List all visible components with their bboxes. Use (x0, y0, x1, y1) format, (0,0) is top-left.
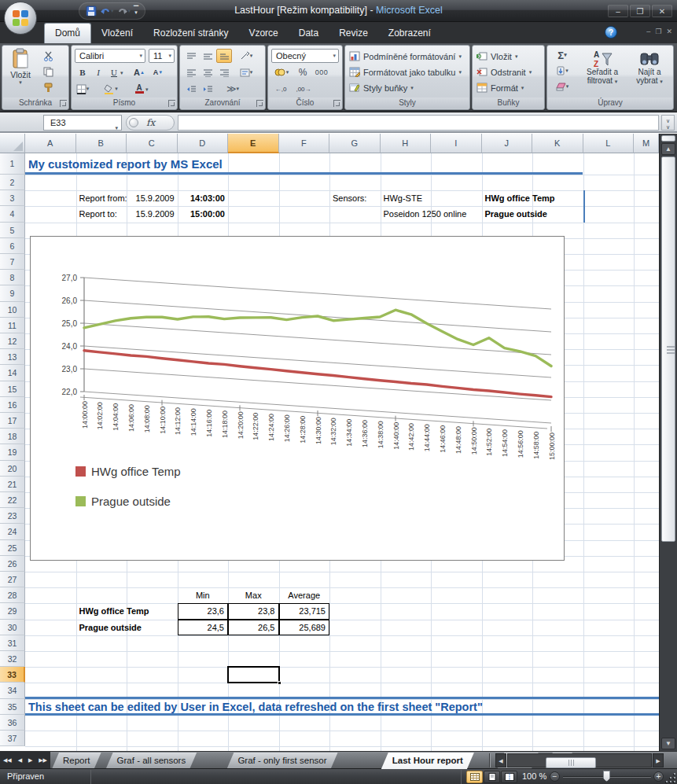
horizontal-scrollbar[interactable] (507, 753, 652, 767)
underline-dropdown-icon[interactable]: ▾ (120, 70, 123, 76)
column-header-D[interactable]: D (178, 134, 229, 153)
cell-F30[interactable]: 25,689 (279, 620, 330, 635)
row-header-9[interactable]: 9 (0, 285, 25, 301)
currency-icon[interactable]: ▾ (271, 65, 292, 79)
workbook-close-icon[interactable]: ✕ (666, 28, 672, 35)
comma-style-button[interactable]: 000 (314, 65, 329, 79)
cell-D28[interactable]: Min (178, 587, 229, 603)
cell-F28[interactable]: Average (279, 587, 330, 603)
cell-E29[interactable]: 23,8 (228, 603, 279, 619)
clipboard-dialog-launcher-icon[interactable] (60, 100, 67, 107)
sheet-tab-graf-only-first-sensor[interactable]: Graf - only first sensor (226, 753, 337, 769)
ribbon-tab-data[interactable]: Data (289, 24, 329, 43)
percent-style-button[interactable]: % (295, 65, 311, 79)
autosum-button[interactable]: Σ▾ (550, 48, 574, 62)
font-family-select[interactable]: Calibri▾ (75, 49, 145, 63)
cell-C4[interactable]: 15.9.2009 (127, 206, 178, 222)
font-color-dropdown-icon[interactable]: ▾ (145, 86, 149, 93)
hscroll-right-icon[interactable]: ▶ (653, 753, 664, 767)
decrease-indent-icon[interactable] (183, 82, 199, 96)
cell-B3[interactable]: Report from: (76, 190, 127, 206)
row-header-7[interactable]: 7 (0, 254, 25, 270)
conditional-formatting-button[interactable]: Podmíněné formátování▾ (349, 49, 462, 64)
cell-B29[interactable]: HWg office Temp (76, 603, 178, 619)
row-header-36[interactable]: 36 (0, 715, 25, 731)
row-header-26[interactable]: 26 (0, 556, 25, 572)
number-format-select[interactable]: Obecný▾ (271, 49, 339, 63)
column-header-H[interactable]: H (381, 134, 432, 153)
row-header-14[interactable]: 14 (0, 365, 25, 381)
borders-icon[interactable]: ▾ (75, 82, 90, 96)
undo-dropdown-icon[interactable]: ▾ (111, 8, 114, 14)
row-header-19[interactable]: 19 (0, 444, 25, 460)
cell-A1[interactable]: My customized report by MS Excel (25, 153, 607, 175)
delete-cells-button[interactable]: Odstranit▾ (476, 64, 532, 79)
row-header-31[interactable]: 31 (0, 635, 25, 651)
prev-sheet-icon[interactable]: ◀ (18, 757, 22, 764)
row-header-20[interactable]: 20 (0, 461, 25, 477)
row-header-28[interactable]: 28 (0, 587, 25, 603)
align-right-icon[interactable] (216, 65, 232, 79)
fill-handle[interactable] (278, 681, 281, 685)
cell-F29[interactable]: 23,715 (279, 603, 330, 619)
row-header-4[interactable]: 4 (0, 206, 25, 222)
insert-cells-button[interactable]: Vložit▾ (476, 49, 517, 64)
row-header-34[interactable]: 34 (0, 683, 25, 698)
customize-qat-icon[interactable]: ▔▾ (134, 8, 138, 14)
save-icon[interactable] (86, 6, 97, 17)
increase-decimal-icon[interactable]: ←,0 (271, 82, 290, 96)
page-break-view-button[interactable] (501, 771, 517, 783)
cell-H4[interactable]: Poseidon 1250 online (381, 206, 432, 222)
zoom-in-icon[interactable]: + (653, 771, 664, 782)
font-color-icon[interactable]: A (131, 82, 147, 96)
selected-cell[interactable] (227, 666, 280, 683)
row-header-24[interactable]: 24 (0, 524, 25, 539)
font-dialog-launcher-icon[interactable] (168, 100, 175, 107)
vertical-scrollbar[interactable]: ▲ ▼ (659, 134, 677, 751)
row-header-21[interactable]: 21 (0, 477, 25, 492)
select-all-corner[interactable] (0, 134, 25, 153)
column-header-L[interactable]: L (583, 134, 635, 153)
redo-dropdown-icon[interactable]: ▾ (128, 8, 131, 14)
ribbon-tab-zobrazen-[interactable]: Zobrazení (378, 24, 441, 43)
row-header-27[interactable]: 27 (0, 572, 25, 587)
column-header-G[interactable]: G (329, 134, 381, 153)
row-header-13[interactable]: 13 (0, 349, 25, 365)
font-size-select[interactable]: 11▾ (149, 49, 175, 63)
zoom-slider-thumb[interactable] (603, 771, 610, 782)
column-header-B[interactable]: B (76, 134, 127, 153)
column-header-C[interactable]: C (127, 134, 178, 153)
column-header-I[interactable]: I (431, 134, 482, 153)
sheet-tab-last-hour-report[interactable]: Last Hour report (381, 753, 474, 769)
hscroll-left-icon[interactable]: ◀ (495, 753, 506, 767)
cell-G3[interactable]: Sensors: (329, 190, 381, 206)
chart-object[interactable]: 27,026,025,024,023,022,014:00:0014:02:00… (30, 236, 565, 561)
row-header-8[interactable]: 8 (0, 270, 25, 285)
format-painter-icon[interactable] (40, 80, 56, 94)
italic-button[interactable]: I (90, 65, 106, 79)
clear-icon[interactable]: ▾ (550, 79, 574, 94)
row-header-12[interactable]: 12 (0, 333, 25, 349)
column-header-K[interactable]: K (532, 134, 583, 153)
row-header-1[interactable]: 1 (0, 153, 25, 175)
vertical-scroll-thumb[interactable] (661, 156, 675, 542)
ribbon-tab-dom-[interactable]: Domů (44, 23, 91, 43)
horizontal-scroll-thumb[interactable] (546, 757, 596, 768)
row-header-33[interactable]: 33 (0, 667, 25, 683)
cell-styles-button[interactable]: Styly buňky▾ (349, 80, 414, 95)
align-middle-icon[interactable] (200, 49, 215, 63)
row-header-18[interactable]: 18 (0, 429, 25, 444)
fill-down-icon[interactable]: ▾ (550, 64, 574, 78)
redo-button[interactable]: ▾ (117, 6, 131, 16)
sheet-tab-graf-all-sensors[interactable]: Graf - all sensors (106, 753, 197, 769)
row-header-6[interactable]: 6 (0, 238, 25, 254)
fill-color-icon[interactable]: ▾ (103, 82, 119, 96)
normal-view-button[interactable] (466, 771, 483, 783)
merge-center-icon[interactable]: ≫▾ (221, 82, 245, 96)
column-header-J[interactable]: J (482, 134, 533, 153)
cell-E30[interactable]: 26,5 (228, 620, 279, 635)
row-header-16[interactable]: 16 (0, 397, 25, 413)
cell-grid[interactable]: My customized report by MS ExcelReport f… (25, 153, 659, 751)
cell-E28[interactable]: Max (228, 587, 279, 603)
row-header-32[interactable]: 32 (0, 651, 25, 667)
